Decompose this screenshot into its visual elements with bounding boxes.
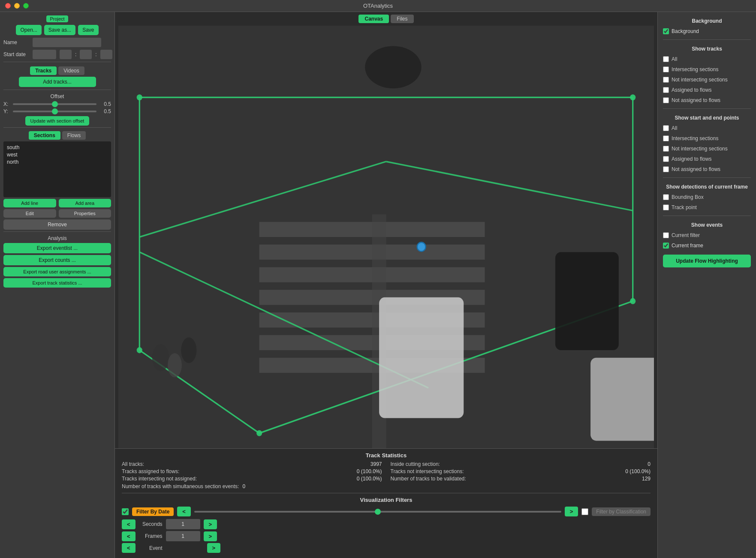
name-input[interactable] [33, 38, 101, 47]
filter-date-prev-button[interactable]: < [177, 507, 191, 516]
tracks-all-checkbox[interactable] [663, 56, 669, 62]
minimize-button[interactable] [14, 3, 20, 9]
show-events-title: Show events [663, 222, 751, 228]
filter-date-checkbox[interactable] [122, 508, 129, 515]
points-not-intersecting-checkbox[interactable] [663, 146, 669, 152]
background-checkbox-row: Background [663, 28, 751, 34]
add-tracks-button[interactable]: Add tracks... [19, 77, 96, 87]
svg-point-20 [137, 347, 142, 353]
filter-by-classification-button[interactable]: Filter by Classification [592, 507, 651, 516]
save-as-button[interactable]: Save as... [44, 25, 75, 35]
show-tracks-title: Show tracks [663, 46, 751, 52]
inside-cutting-label: Inside cutting section: [391, 461, 440, 467]
tab-tracks[interactable]: Tracks [30, 66, 57, 75]
export-counts-button[interactable]: Export counts ... [3, 255, 111, 265]
window-controls [5, 3, 29, 9]
project-buttons-row: Open... Save as... Save [3, 25, 111, 35]
points-intersecting-checkbox[interactable] [663, 135, 669, 141]
list-item[interactable]: west [6, 151, 108, 158]
event-next-button[interactable]: > [207, 543, 221, 553]
svg-rect-2 [259, 267, 485, 282]
offset-y-slider[interactable] [13, 111, 96, 112]
list-item[interactable]: south [6, 144, 108, 151]
tracks-not-intersecting-row: Not intersecting sections [663, 77, 751, 83]
event-label: Event [139, 545, 163, 551]
points-not-intersecting-row: Not intersecting sections [663, 146, 751, 152]
divider-4 [663, 216, 751, 216]
offset-y-row: Y: 0.5 [3, 108, 111, 114]
add-line-button[interactable]: Add line [3, 199, 56, 207]
bounding-box-checkbox[interactable] [663, 194, 669, 200]
bounding-box-row: Bounding Box [663, 194, 751, 200]
add-tracks-row: Add tracks... [3, 77, 111, 87]
seconds-label: Seconds [139, 521, 163, 527]
titlebar: OTAnalytics [0, 0, 756, 12]
tracks-intersecting-checkbox[interactable] [663, 66, 669, 72]
background-checkbox[interactable] [663, 28, 669, 34]
points-assigned-checkbox[interactable] [663, 156, 669, 162]
background-section-title: Background [663, 18, 751, 24]
update-offset-button[interactable]: Update with section offset [25, 116, 90, 126]
open-button[interactable]: Open... [16, 25, 41, 35]
current-filter-row: Current filter [663, 232, 751, 238]
tab-canvas[interactable]: Canvas [358, 15, 389, 23]
date-input[interactable] [33, 50, 56, 59]
hour-input[interactable] [60, 50, 72, 59]
export-eventlist-button[interactable]: Export eventlist ... [3, 243, 111, 253]
save-button[interactable]: Save [78, 25, 98, 35]
event-prev-button[interactable]: < [122, 543, 136, 553]
tracks-assigned-checkbox[interactable] [663, 87, 669, 93]
track-point-row: Track point [663, 204, 751, 210]
points-intersecting-label: Intersecting sections [672, 135, 718, 141]
export-road-user-button[interactable]: Export road user assignments ... [3, 267, 111, 276]
properties-button[interactable]: Properties [59, 209, 111, 218]
points-not-assigned-checkbox[interactable] [663, 166, 669, 172]
filter-by-date-button[interactable]: Filter By Date [132, 507, 174, 516]
filter-date-next-button[interactable]: > [565, 507, 578, 516]
frames-prev-button[interactable]: < [122, 531, 136, 541]
current-frame-label: Current frame [672, 243, 703, 249]
close-button[interactable] [5, 3, 11, 9]
frames-input[interactable]: 1 [166, 531, 200, 541]
svg-rect-27 [590, 358, 654, 441]
filter-date-slider[interactable] [194, 511, 561, 513]
filter-by-date-row: Filter By Date < > Filter by Classificat… [122, 507, 651, 516]
bounding-box-label: Bounding Box [672, 194, 704, 200]
stat-intersecting-not-assigned: Tracks intersecting not assigned: 0 (100… [122, 476, 382, 482]
current-frame-checkbox[interactable] [663, 243, 669, 249]
tab-videos[interactable]: Videos [58, 66, 84, 75]
export-track-stats-button[interactable]: Export track statistics ... [3, 278, 111, 288]
second-input[interactable] [100, 50, 112, 59]
track-point-checkbox[interactable] [663, 204, 669, 210]
list-item[interactable]: north [6, 159, 108, 165]
remove-button[interactable]: Remove [3, 219, 111, 230]
svg-point-23 [417, 242, 426, 251]
seconds-next-button[interactable]: > [204, 519, 217, 529]
center-panel: Canvas Files [115, 12, 657, 558]
offset-x-row: X: 0.5 [3, 101, 111, 107]
minute-input[interactable] [80, 50, 92, 59]
svg-rect-26 [379, 297, 464, 418]
tracks-not-assigned-checkbox[interactable] [663, 97, 669, 103]
update-flow-highlighting-button[interactable]: Update Flow Highlighting [663, 255, 751, 267]
app-title: OTAnalytics [363, 3, 393, 9]
points-all-checkbox[interactable] [663, 125, 669, 131]
tracks-not-intersecting-checkbox[interactable] [663, 77, 669, 83]
seconds-input[interactable]: 1 [166, 519, 200, 529]
seconds-prev-button[interactable]: < [122, 519, 136, 529]
tab-files[interactable]: Files [391, 15, 413, 23]
current-filter-checkbox[interactable] [663, 232, 669, 238]
maximize-button[interactable] [23, 3, 29, 9]
svg-rect-5 [259, 335, 485, 350]
frames-next-button[interactable]: > [204, 531, 217, 541]
assigned-flows-value: 0 (100.0%) [357, 468, 382, 474]
tab-flows[interactable]: Flows [62, 131, 86, 140]
points-assigned-row: Assigned to flows [663, 156, 751, 162]
svg-line-15 [139, 252, 428, 388]
filter-classification-checkbox[interactable] [581, 508, 588, 515]
edit-button[interactable]: Edit [3, 209, 56, 218]
add-area-button[interactable]: Add area [59, 199, 111, 207]
offset-x-slider[interactable] [13, 103, 96, 105]
offset-title: Offset [3, 93, 111, 99]
tab-sections[interactable]: Sections [29, 131, 60, 140]
